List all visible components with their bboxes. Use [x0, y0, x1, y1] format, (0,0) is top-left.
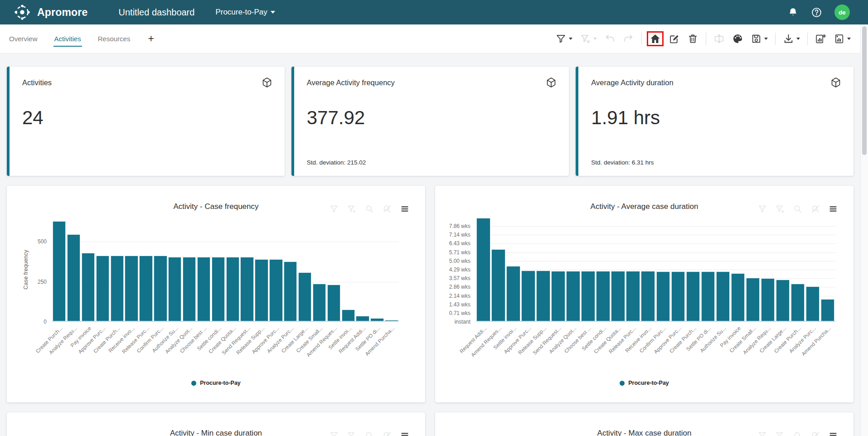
scrollbar-thumb[interactable]: [862, 26, 867, 155]
bar[interactable]: [298, 272, 311, 321]
bar[interactable]: [67, 234, 80, 321]
bar[interactable]: [385, 320, 398, 321]
help-icon[interactable]: [811, 7, 822, 18]
bar[interactable]: [255, 259, 268, 321]
bar[interactable]: [761, 278, 775, 321]
x-tick-label: Analyze Purc...: [788, 325, 817, 354]
bar[interactable]: [536, 271, 550, 321]
bar[interactable]: [656, 271, 670, 321]
bar[interactable]: [551, 271, 565, 321]
home-button[interactable]: [647, 31, 664, 46]
bar[interactable]: [356, 316, 369, 321]
y-tick-label: 7.14 wks: [449, 232, 470, 238]
download-button[interactable]: [781, 32, 802, 46]
edit-dashboard-button[interactable]: [666, 32, 682, 46]
x-tick-label: Amend Purcha...: [800, 325, 832, 357]
add-tab-button[interactable]: +: [146, 34, 155, 44]
log-selector[interactable]: Procure-to-Pay: [215, 8, 275, 17]
bar[interactable]: [806, 286, 820, 321]
chart-filter-button[interactable]: [757, 204, 767, 214]
filter-button[interactable]: [553, 32, 575, 46]
bottom-chart-row: Activity - Min case duration Activity - …: [7, 412, 853, 436]
add-chart-button[interactable]: [813, 32, 829, 46]
bar[interactable]: [476, 218, 490, 321]
bar[interactable]: [641, 271, 655, 321]
bar[interactable]: [716, 271, 730, 321]
bar[interactable]: [183, 257, 196, 321]
theme-button[interactable]: [730, 32, 746, 46]
gridline: [476, 226, 835, 227]
bar[interactable]: [370, 318, 383, 321]
redo-button[interactable]: [621, 32, 636, 46]
bar[interactable]: [686, 271, 700, 321]
chart-menu-button[interactable]: [828, 204, 838, 214]
chart-clear-filter-button[interactable]: [775, 431, 785, 436]
bar[interactable]: [581, 271, 595, 321]
chart-menu-button[interactable]: [400, 431, 410, 436]
bar[interactable]: [342, 310, 355, 321]
bar[interactable]: [327, 285, 340, 321]
bar[interactable]: [53, 221, 66, 321]
bar[interactable]: [626, 271, 640, 321]
bar[interactable]: [197, 257, 210, 321]
bar[interactable]: [746, 278, 760, 321]
bar[interactable]: [776, 280, 790, 321]
bar[interactable]: [212, 257, 225, 321]
chart-zoom-button[interactable]: [793, 431, 803, 436]
bar[interactable]: [611, 271, 625, 321]
chart-menu-button[interactable]: [400, 204, 410, 214]
chart-clear-filter-button[interactable]: [775, 204, 785, 214]
zoom-icon: [364, 204, 374, 214]
user-avatar[interactable]: de: [834, 5, 850, 20]
bar[interactable]: [96, 256, 109, 321]
log-selector-label: Procure-to-Pay: [215, 8, 267, 17]
bar[interactable]: [521, 271, 535, 321]
bar[interactable]: [701, 271, 715, 321]
chart-zoom-button[interactable]: [793, 204, 803, 214]
bar[interactable]: [596, 271, 610, 321]
bar[interactable]: [82, 253, 95, 321]
bar[interactable]: [791, 284, 805, 321]
chart-reset-zoom-button[interactable]: [810, 204, 820, 214]
chart-filter-button[interactable]: [329, 431, 339, 436]
bar[interactable]: [506, 266, 520, 321]
bar[interactable]: [139, 256, 152, 321]
chart-filter-button[interactable]: [757, 431, 767, 436]
bar[interactable]: [125, 256, 138, 321]
notification-bell-icon[interactable]: [787, 7, 799, 18]
tab-resources[interactable]: Resources: [97, 25, 131, 52]
save-button[interactable]: [748, 32, 770, 46]
bar[interactable]: [491, 249, 505, 321]
bar[interactable]: [154, 256, 167, 321]
chart-filter-button[interactable]: [329, 204, 339, 214]
bar[interactable]: [731, 273, 745, 321]
clear-filter-button[interactable]: [577, 32, 599, 46]
chart-card-min-case-duration: Activity - Min case duration: [7, 412, 425, 436]
delete-button[interactable]: [685, 32, 701, 46]
chart-reset-zoom-button[interactable]: [382, 204, 392, 214]
chart-clear-filter-button[interactable]: [347, 204, 357, 214]
rename-button[interactable]: [711, 32, 727, 46]
bar[interactable]: [566, 271, 580, 321]
bar[interactable]: [671, 271, 685, 321]
bar[interactable]: [168, 257, 181, 321]
chart-menu-button[interactable]: [828, 431, 838, 436]
bar[interactable]: [821, 299, 835, 321]
main-toolbar: [552, 31, 854, 46]
bar[interactable]: [269, 259, 282, 321]
chart-reset-zoom-button[interactable]: [810, 431, 820, 436]
chart-reset-zoom-button[interactable]: [382, 431, 392, 436]
chart-zoom-button[interactable]: [364, 204, 374, 214]
bar[interactable]: [313, 284, 326, 321]
tab-overview[interactable]: Overview: [8, 25, 39, 52]
export-chart-button[interactable]: [831, 32, 853, 46]
tab-activities[interactable]: Activities: [53, 25, 82, 52]
undo-button[interactable]: [602, 32, 618, 46]
bar[interactable]: [284, 262, 297, 321]
bar[interactable]: [240, 257, 253, 321]
bar[interactable]: [111, 256, 124, 321]
chart-clear-filter-button[interactable]: [347, 431, 357, 436]
y-tick-label: instant: [455, 319, 470, 325]
bar[interactable]: [226, 257, 239, 321]
chart-zoom-button[interactable]: [364, 431, 374, 436]
